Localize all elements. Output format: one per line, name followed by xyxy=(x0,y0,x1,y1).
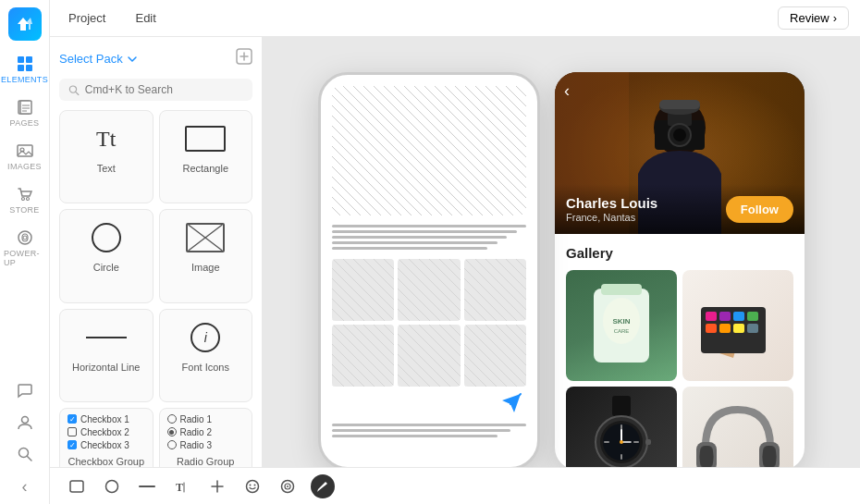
elements-grid: Tt Text Rectangle Circle xyxy=(59,110,252,493)
svg-rect-49 xyxy=(612,396,631,416)
pages-label: PAGES xyxy=(10,118,40,128)
app-logo[interactable] xyxy=(8,7,42,41)
select-pack-button[interactable]: Select Pack xyxy=(59,52,138,66)
svg-rect-48 xyxy=(747,324,758,333)
sidebar-item-powerup[interactable]: POWER-UP xyxy=(0,222,49,275)
search-input[interactable] xyxy=(85,83,243,96)
main-content: Select Pack xyxy=(50,37,860,504)
profile-name: Charles Louis xyxy=(566,195,657,211)
profile-info-overlay: Charles Louis France, Nantas Follow xyxy=(555,184,805,234)
sidebar-item-collapse[interactable]: ‹ xyxy=(0,470,49,504)
sidebar: ELEMENTS PAGES IMAGES xyxy=(0,0,50,504)
svg-point-12 xyxy=(26,198,29,201)
line-tool-button[interactable] xyxy=(135,474,159,498)
elements-panel: Select Pack xyxy=(50,37,263,504)
target-tool-button[interactable] xyxy=(276,474,300,498)
edit-tool-button[interactable] xyxy=(311,474,335,498)
sidebar-item-elements[interactable]: ELEMENTS xyxy=(0,48,49,92)
sidebar-item-store[interactable]: STORE xyxy=(0,178,49,222)
search-icon xyxy=(17,446,33,462)
svg-rect-61 xyxy=(645,439,651,445)
sidebar-item-users[interactable] xyxy=(0,407,49,438)
svg-rect-68 xyxy=(70,481,83,492)
gallery-item-3[interactable] xyxy=(566,387,677,470)
search-bar[interactable] xyxy=(59,79,252,101)
search-bar-icon xyxy=(68,84,80,96)
back-arrow-button[interactable]: ‹ xyxy=(564,81,570,101)
svg-point-60 xyxy=(620,440,623,444)
phone-text-lines-bottom xyxy=(332,424,526,437)
svg-rect-9 xyxy=(18,145,32,156)
element-fonticons[interactable]: i Font Icons xyxy=(159,309,253,402)
sidebar-item-search[interactable] xyxy=(0,438,49,470)
rectangle-tool-button[interactable] xyxy=(65,474,89,498)
smile-tool-button[interactable] xyxy=(240,474,264,498)
svg-text:SKIN: SKIN xyxy=(612,317,630,326)
phone-mockup-left xyxy=(318,72,540,470)
svg-text:CARE: CARE xyxy=(614,328,630,334)
svg-point-75 xyxy=(247,480,259,492)
svg-rect-41 xyxy=(706,312,717,321)
svg-rect-2 xyxy=(18,65,24,71)
svg-rect-46 xyxy=(719,324,731,333)
svg-rect-42 xyxy=(719,312,731,321)
image-element-label: Image xyxy=(191,262,220,273)
gallery-title: Gallery xyxy=(566,245,793,261)
checkbox-1-icon: ✓ xyxy=(68,414,77,424)
element-rectangle[interactable]: Rectangle xyxy=(159,110,253,203)
svg-point-67 xyxy=(762,446,777,468)
element-hline[interactable]: Horizontal Line xyxy=(59,309,154,402)
bottom-toolbar: T xyxy=(50,467,860,504)
gallery-item-1[interactable]: SKIN CARE xyxy=(566,270,677,381)
circle-tool-button[interactable] xyxy=(100,474,124,498)
gallery-item-4[interactable] xyxy=(682,387,793,470)
panel-header: Select Pack xyxy=(59,48,252,69)
svg-rect-5 xyxy=(20,101,31,114)
plus-tool-button[interactable] xyxy=(205,474,229,498)
rect-element-icon xyxy=(185,120,226,157)
svg-point-14 xyxy=(23,236,27,240)
radio-group-preview: Radio 1 Radio 2 Radio 3 xyxy=(167,414,245,450)
svg-line-22 xyxy=(76,92,79,94)
radio-3-icon xyxy=(167,440,177,449)
element-circle[interactable]: Circle xyxy=(59,209,154,302)
text-tool-button[interactable]: T xyxy=(170,474,194,498)
profile-mockup-right: ‹ Charles Louis France, Nantas Follow Ga… xyxy=(555,72,805,470)
svg-rect-0 xyxy=(18,56,24,63)
element-image[interactable]: Image xyxy=(159,209,253,302)
project-menu[interactable]: Project xyxy=(61,7,113,29)
add-element-button[interactable] xyxy=(236,48,252,69)
canvas-area[interactable]: ‹ Charles Louis France, Nantas Follow Ga… xyxy=(263,37,860,504)
follow-button[interactable]: Follow xyxy=(726,196,793,223)
rect-element-label: Rectangle xyxy=(182,163,228,174)
svg-point-11 xyxy=(21,198,24,201)
svg-point-15 xyxy=(21,417,28,424)
collapse-icon: ‹ xyxy=(22,477,28,497)
sidebar-item-comment[interactable] xyxy=(0,375,49,407)
store-icon xyxy=(17,186,33,203)
review-button[interactable]: Review › xyxy=(778,6,849,30)
gallery-item-2[interactable] xyxy=(682,270,793,381)
powerup-label: POWER-UP xyxy=(4,249,45,267)
image-element-icon xyxy=(186,219,225,256)
svg-point-77 xyxy=(254,484,256,486)
profile-location: France, Nantas xyxy=(566,212,657,223)
elements-label: ELEMENTS xyxy=(1,75,48,84)
checkbox-group-label: Checkbox Group xyxy=(68,456,144,467)
circle-element-icon xyxy=(92,219,121,256)
powerup-icon xyxy=(17,229,33,246)
gallery-section: Gallery SKIN CARE xyxy=(555,234,805,470)
edit-menu[interactable]: Edit xyxy=(128,7,163,29)
sidebar-item-pages[interactable]: PAGES xyxy=(0,92,49,135)
elements-icon xyxy=(17,55,33,72)
sidebar-item-images[interactable]: IMAGES xyxy=(0,135,49,178)
comment-icon xyxy=(17,383,33,400)
hline-element-icon xyxy=(86,319,127,356)
text-element-icon: Tt xyxy=(96,120,116,157)
svg-point-66 xyxy=(699,446,714,468)
pages-icon xyxy=(17,99,33,116)
svg-rect-3 xyxy=(26,65,32,71)
radio-1-icon xyxy=(167,414,177,424)
text-element-label: Text xyxy=(97,163,116,174)
element-text[interactable]: Tt Text xyxy=(59,110,154,203)
